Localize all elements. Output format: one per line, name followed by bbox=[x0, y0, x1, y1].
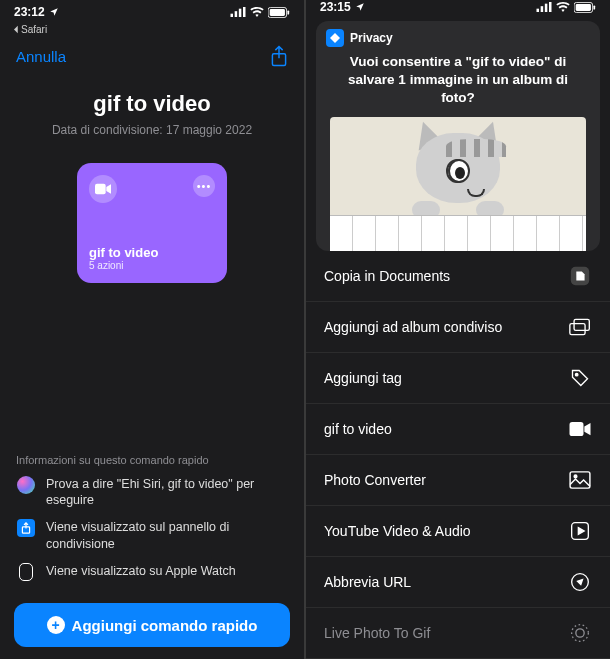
watch-tip-row: Viene visualizzato su Apple Watch bbox=[16, 563, 288, 581]
wifi-icon bbox=[250, 7, 264, 17]
share-date: Data di condivisione: 17 maggio 2022 bbox=[16, 123, 288, 137]
svg-rect-6 bbox=[287, 10, 289, 14]
share-action-label: Copia in Documents bbox=[324, 268, 450, 284]
svg-rect-12 bbox=[545, 4, 548, 12]
svg-rect-8 bbox=[95, 184, 106, 195]
siri-tip-row: Prova a dire "Ehi Siri, gif to video" pe… bbox=[16, 476, 288, 510]
shared-album-icon bbox=[568, 315, 592, 339]
signal-icon bbox=[230, 7, 246, 17]
chevron-left-icon bbox=[12, 25, 19, 34]
svg-rect-11 bbox=[541, 6, 544, 12]
share-action-photo-converter[interactable]: Photo Converter bbox=[306, 455, 610, 506]
back-app-label: Safari bbox=[21, 24, 47, 35]
nav-bar: Annulla bbox=[0, 39, 304, 71]
svg-rect-19 bbox=[574, 319, 589, 330]
svg-rect-18 bbox=[570, 324, 585, 335]
live-photo-icon bbox=[568, 621, 592, 645]
share-action-label: Live Photo To Gif bbox=[324, 625, 430, 641]
share-sheet-screen: 23:15 Privacy Vuoi consentire a "gif to … bbox=[306, 0, 610, 659]
title-block: gif to video Data di condivisione: 17 ma… bbox=[0, 71, 304, 145]
svg-rect-0 bbox=[231, 14, 234, 17]
status-bar: 23:12 bbox=[0, 0, 304, 24]
svg-rect-13 bbox=[549, 2, 552, 12]
apple-watch-icon bbox=[19, 563, 33, 581]
shortcut-detail-screen: 23:12 Safari Annulla gif to video Data d… bbox=[0, 0, 306, 659]
battery-icon bbox=[268, 7, 290, 18]
card-app-icon bbox=[89, 175, 117, 203]
info-heading: Informazioni su questo comando rapido bbox=[16, 454, 288, 466]
svg-rect-15 bbox=[576, 4, 591, 11]
privacy-title: Privacy bbox=[350, 31, 393, 45]
svg-rect-10 bbox=[537, 9, 540, 12]
cancel-button[interactable]: Annulla bbox=[16, 48, 66, 65]
share-action-youtube[interactable]: YouTube Video & Audio bbox=[306, 506, 610, 557]
status-time: 23:12 bbox=[14, 5, 45, 19]
svg-rect-22 bbox=[570, 472, 590, 488]
siri-tip-text: Prova a dire "Ehi Siri, gif to video" pe… bbox=[46, 476, 288, 510]
card-title: gif to video bbox=[89, 245, 215, 260]
share-action-label: YouTube Video & Audio bbox=[324, 523, 471, 539]
location-icon bbox=[49, 7, 59, 17]
share-action-label: Aggiungi tag bbox=[324, 370, 402, 386]
wifi-icon bbox=[556, 2, 570, 12]
tag-icon bbox=[568, 366, 592, 390]
share-action-shorten-url[interactable]: Abbrevia URL bbox=[306, 557, 610, 608]
svg-point-20 bbox=[575, 373, 578, 376]
share-sheet-tip-text: Viene visualizzato sul pannello di condi… bbox=[46, 519, 288, 553]
share-action-gif-to-video[interactable]: gif to video bbox=[306, 404, 610, 455]
card-more-button[interactable]: ••• bbox=[193, 175, 215, 197]
share-action-add-tag[interactable]: Aggiungi tag bbox=[306, 353, 610, 404]
share-actions-list: Copia in Documents Aggiungi ad album con… bbox=[306, 251, 610, 659]
preview-image bbox=[330, 117, 586, 251]
svg-point-27 bbox=[572, 625, 589, 642]
share-action-live-photo[interactable]: Live Photo To Gif bbox=[306, 608, 610, 659]
svg-rect-5 bbox=[270, 9, 285, 16]
share-action-label: Photo Converter bbox=[324, 472, 426, 488]
play-icon bbox=[568, 519, 592, 543]
info-section: Informazioni su questo comando rapido Pr… bbox=[0, 454, 304, 604]
video-icon bbox=[95, 183, 111, 195]
svg-point-23 bbox=[574, 475, 577, 478]
share-sheet-tip-row: Viene visualizzato sul pannello di condi… bbox=[16, 519, 288, 553]
svg-rect-3 bbox=[243, 7, 246, 17]
signal-icon bbox=[536, 2, 552, 12]
share-sheet-icon bbox=[17, 519, 35, 537]
add-shortcut-label: Aggiungi comando rapido bbox=[72, 617, 258, 634]
share-action-copy-documents[interactable]: Copia in Documents bbox=[306, 251, 610, 302]
share-action-label: gif to video bbox=[324, 421, 392, 437]
svg-rect-2 bbox=[239, 9, 242, 17]
card-actions-count: 5 azioni bbox=[89, 260, 215, 271]
compass-icon bbox=[568, 570, 592, 594]
privacy-prompt: Privacy Vuoi consentire a "gif to video"… bbox=[316, 21, 600, 251]
siri-icon bbox=[17, 476, 35, 494]
privacy-question: Vuoi consentire a "gif to video" di salv… bbox=[316, 51, 600, 118]
share-action-label: Abbrevia URL bbox=[324, 574, 411, 590]
shortcuts-app-icon bbox=[326, 29, 344, 47]
status-time: 23:15 bbox=[320, 0, 351, 14]
location-icon bbox=[355, 2, 365, 12]
share-icon bbox=[270, 45, 288, 67]
status-bar: 23:15 bbox=[306, 0, 610, 15]
watch-tip-text: Viene visualizzato su Apple Watch bbox=[46, 563, 236, 580]
svg-rect-21 bbox=[570, 422, 584, 436]
share-button[interactable] bbox=[270, 45, 288, 67]
svg-rect-16 bbox=[593, 5, 595, 9]
battery-icon bbox=[574, 2, 596, 13]
video-icon bbox=[568, 417, 592, 441]
svg-rect-1 bbox=[235, 11, 238, 17]
back-to-app[interactable]: Safari bbox=[0, 24, 304, 39]
shortcut-title: gif to video bbox=[16, 91, 288, 117]
svg-point-26 bbox=[576, 629, 584, 637]
share-action-label: Aggiungi ad album condiviso bbox=[324, 319, 502, 335]
add-shortcut-button[interactable]: + Aggiungi comando rapido bbox=[14, 603, 290, 647]
plus-icon: + bbox=[47, 616, 65, 634]
documents-app-icon bbox=[568, 264, 592, 288]
image-icon bbox=[568, 468, 592, 492]
shortcut-card[interactable]: ••• gif to video 5 azioni bbox=[77, 163, 227, 283]
share-action-shared-album[interactable]: Aggiungi ad album condiviso bbox=[306, 302, 610, 353]
